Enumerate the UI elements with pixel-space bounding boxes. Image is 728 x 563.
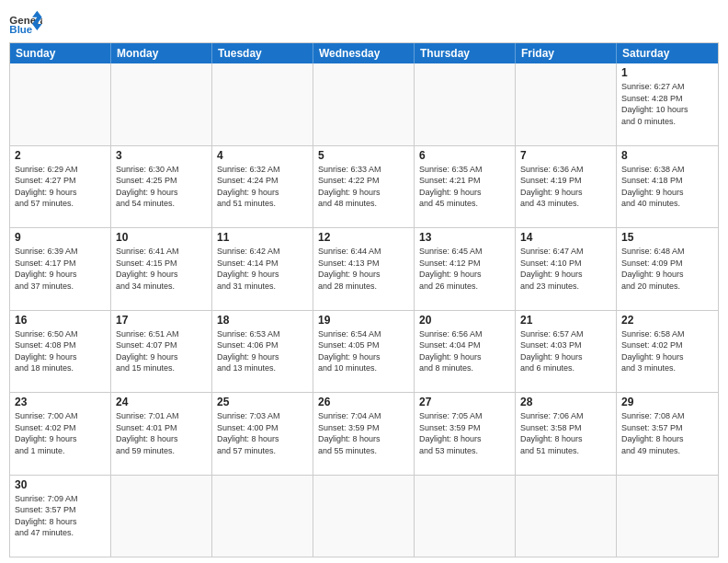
day-number: 23 xyxy=(15,396,106,408)
day-info: Sunrise: 7:05 AM Sunset: 3:59 PM Dayligh… xyxy=(419,410,510,456)
day-cell-4: 4Sunrise: 6:32 AM Sunset: 4:24 PM Daylig… xyxy=(212,146,313,229)
calendar-page: General Blue SundayMondayTuesdayWednesda… xyxy=(0,0,728,563)
day-cell-18: 18Sunrise: 6:53 AM Sunset: 4:06 PM Dayli… xyxy=(212,311,313,394)
day-info: Sunrise: 6:30 AM Sunset: 4:25 PM Dayligh… xyxy=(116,164,207,210)
day-number: 14 xyxy=(520,231,611,244)
day-info: Sunrise: 6:56 AM Sunset: 4:04 PM Dayligh… xyxy=(419,328,510,374)
day-header-saturday: Saturday xyxy=(617,43,718,63)
day-info: Sunrise: 6:35 AM Sunset: 4:21 PM Dayligh… xyxy=(419,164,510,210)
day-cell-6: 6Sunrise: 6:35 AM Sunset: 4:21 PM Daylig… xyxy=(415,146,516,229)
day-number: 3 xyxy=(116,149,207,162)
day-cell-26: 26Sunrise: 7:04 AM Sunset: 3:59 PM Dayli… xyxy=(313,393,415,476)
day-number: 8 xyxy=(621,149,713,162)
day-info: Sunrise: 6:42 AM Sunset: 4:14 PM Dayligh… xyxy=(217,246,308,292)
day-info: Sunrise: 7:04 AM Sunset: 3:59 PM Dayligh… xyxy=(318,410,409,456)
day-header-wednesday: Wednesday xyxy=(313,43,415,63)
svg-text:Blue: Blue xyxy=(9,24,32,35)
day-info: Sunrise: 6:50 AM Sunset: 4:08 PM Dayligh… xyxy=(15,328,106,374)
day-cell-5: 5Sunrise: 6:33 AM Sunset: 4:22 PM Daylig… xyxy=(313,146,415,229)
day-number: 1 xyxy=(621,66,713,79)
day-number: 5 xyxy=(318,149,409,162)
day-cell-7: 7Sunrise: 6:36 AM Sunset: 4:19 PM Daylig… xyxy=(516,146,617,229)
day-cell-2: 2Sunrise: 6:29 AM Sunset: 4:27 PM Daylig… xyxy=(10,146,111,229)
day-info: Sunrise: 6:51 AM Sunset: 4:07 PM Dayligh… xyxy=(116,328,207,374)
day-info: Sunrise: 6:38 AM Sunset: 4:18 PM Dayligh… xyxy=(621,164,713,210)
day-number: 18 xyxy=(217,314,308,327)
empty-cell xyxy=(10,63,111,146)
day-info: Sunrise: 6:36 AM Sunset: 4:19 PM Dayligh… xyxy=(520,164,611,210)
day-number: 26 xyxy=(318,396,409,408)
day-info: Sunrise: 6:41 AM Sunset: 4:15 PM Dayligh… xyxy=(116,246,207,292)
day-cell-13: 13Sunrise: 6:45 AM Sunset: 4:12 PM Dayli… xyxy=(415,228,516,311)
day-info: Sunrise: 7:06 AM Sunset: 3:58 PM Dayligh… xyxy=(520,410,611,456)
empty-cell xyxy=(313,63,415,146)
day-header-thursday: Thursday xyxy=(415,43,516,63)
day-cell-30: 30Sunrise: 7:09 AM Sunset: 3:57 PM Dayli… xyxy=(10,476,111,557)
day-header-monday: Monday xyxy=(111,43,212,63)
logo: General Blue xyxy=(9,9,42,37)
day-info: Sunrise: 6:27 AM Sunset: 4:28 PM Dayligh… xyxy=(621,81,713,127)
day-number: 11 xyxy=(217,231,308,244)
empty-cell xyxy=(111,63,212,146)
day-cell-10: 10Sunrise: 6:41 AM Sunset: 4:15 PM Dayli… xyxy=(111,228,212,311)
empty-cell xyxy=(313,476,415,557)
day-cell-21: 21Sunrise: 6:57 AM Sunset: 4:03 PM Dayli… xyxy=(516,311,617,394)
day-number: 19 xyxy=(318,314,409,327)
day-info: Sunrise: 6:47 AM Sunset: 4:10 PM Dayligh… xyxy=(520,246,611,292)
day-info: Sunrise: 6:48 AM Sunset: 4:09 PM Dayligh… xyxy=(621,246,713,292)
day-number: 15 xyxy=(621,231,713,244)
day-info: Sunrise: 7:01 AM Sunset: 4:01 PM Dayligh… xyxy=(116,410,207,456)
empty-cell xyxy=(516,63,617,146)
day-header-tuesday: Tuesday xyxy=(212,43,313,63)
day-number: 25 xyxy=(217,396,308,408)
day-number: 29 xyxy=(621,396,713,408)
day-cell-11: 11Sunrise: 6:42 AM Sunset: 4:14 PM Dayli… xyxy=(212,228,313,311)
day-number: 9 xyxy=(15,231,106,244)
day-cell-24: 24Sunrise: 7:01 AM Sunset: 4:01 PM Dayli… xyxy=(111,393,212,476)
day-number: 27 xyxy=(419,396,510,408)
day-info: Sunrise: 6:39 AM Sunset: 4:17 PM Dayligh… xyxy=(15,246,106,292)
day-number: 7 xyxy=(520,149,611,162)
day-cell-23: 23Sunrise: 7:00 AM Sunset: 4:02 PM Dayli… xyxy=(10,393,111,476)
day-info: Sunrise: 6:57 AM Sunset: 4:03 PM Dayligh… xyxy=(520,328,611,374)
day-number: 20 xyxy=(419,314,510,327)
day-number: 17 xyxy=(116,314,207,327)
day-cell-19: 19Sunrise: 6:54 AM Sunset: 4:05 PM Dayli… xyxy=(313,311,415,394)
day-info: Sunrise: 6:32 AM Sunset: 4:24 PM Dayligh… xyxy=(217,164,308,210)
day-cell-14: 14Sunrise: 6:47 AM Sunset: 4:10 PM Dayli… xyxy=(516,228,617,311)
day-cell-3: 3Sunrise: 6:30 AM Sunset: 4:25 PM Daylig… xyxy=(111,146,212,229)
day-cell-12: 12Sunrise: 6:44 AM Sunset: 4:13 PM Dayli… xyxy=(313,228,415,311)
day-cell-16: 16Sunrise: 6:50 AM Sunset: 4:08 PM Dayli… xyxy=(10,311,111,394)
day-cell-15: 15Sunrise: 6:48 AM Sunset: 4:09 PM Dayli… xyxy=(617,228,718,311)
empty-cell xyxy=(415,63,516,146)
day-cell-22: 22Sunrise: 6:58 AM Sunset: 4:02 PM Dayli… xyxy=(617,311,718,394)
day-cell-29: 29Sunrise: 7:08 AM Sunset: 3:57 PM Dayli… xyxy=(617,393,718,476)
empty-cell xyxy=(516,476,617,557)
empty-cell xyxy=(111,476,212,557)
day-info: Sunrise: 6:58 AM Sunset: 4:02 PM Dayligh… xyxy=(621,328,713,374)
day-cell-17: 17Sunrise: 6:51 AM Sunset: 4:07 PM Dayli… xyxy=(111,311,212,394)
day-number: 12 xyxy=(318,231,409,244)
day-info: Sunrise: 6:44 AM Sunset: 4:13 PM Dayligh… xyxy=(318,246,409,292)
day-number: 6 xyxy=(419,149,510,162)
day-info: Sunrise: 7:00 AM Sunset: 4:02 PM Dayligh… xyxy=(15,410,106,456)
day-cell-27: 27Sunrise: 7:05 AM Sunset: 3:59 PM Dayli… xyxy=(415,393,516,476)
day-number: 16 xyxy=(15,314,106,327)
day-number: 2 xyxy=(15,149,106,162)
day-number: 21 xyxy=(520,314,611,327)
day-cell-20: 20Sunrise: 6:56 AM Sunset: 4:04 PM Dayli… xyxy=(415,311,516,394)
day-info: Sunrise: 6:45 AM Sunset: 4:12 PM Dayligh… xyxy=(419,246,510,292)
day-number: 4 xyxy=(217,149,308,162)
header: General Blue xyxy=(9,9,719,37)
day-info: Sunrise: 6:54 AM Sunset: 4:05 PM Dayligh… xyxy=(318,328,409,374)
calendar-body: 1Sunrise: 6:27 AM Sunset: 4:28 PM Daylig… xyxy=(10,63,718,557)
empty-cell xyxy=(415,476,516,557)
day-info: Sunrise: 6:33 AM Sunset: 4:22 PM Dayligh… xyxy=(318,164,409,210)
calendar-header: SundayMondayTuesdayWednesdayThursdayFrid… xyxy=(10,43,718,63)
day-number: 22 xyxy=(621,314,713,327)
calendar: SundayMondayTuesdayWednesdayThursdayFrid… xyxy=(9,42,719,557)
day-cell-1: 1Sunrise: 6:27 AM Sunset: 4:28 PM Daylig… xyxy=(617,63,718,146)
empty-cell xyxy=(617,476,718,557)
day-number: 30 xyxy=(15,478,106,491)
day-header-sunday: Sunday xyxy=(10,43,111,63)
